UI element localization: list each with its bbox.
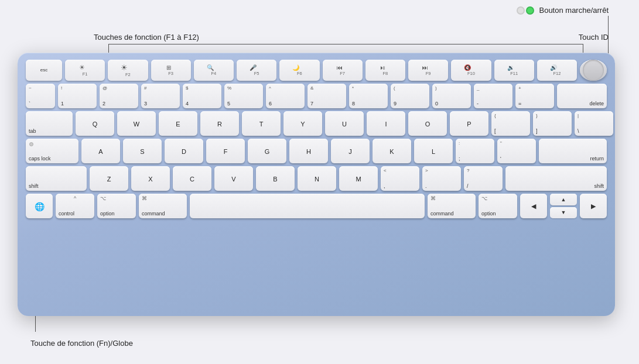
key-l[interactable]: L bbox=[414, 139, 453, 163]
key-t-label: T bbox=[259, 121, 264, 128]
key-z[interactable]: Z bbox=[90, 166, 128, 191]
key-t[interactable]: T bbox=[242, 111, 281, 136]
key-f4-icon: 🔍 bbox=[207, 64, 214, 71]
key-c[interactable]: C bbox=[173, 166, 211, 191]
key-y[interactable]: Y bbox=[283, 111, 322, 136]
key-e[interactable]: E bbox=[159, 111, 197, 136]
key-l-label: L bbox=[432, 148, 435, 155]
key-delete[interactable]: delete bbox=[557, 84, 607, 108]
key-9-bottom: 9 bbox=[394, 101, 397, 107]
row-modifiers: 🌐 ^ control ⌥ option ⌘ command ⌘ comm bbox=[26, 194, 607, 218]
key-comma[interactable]: < , bbox=[381, 166, 419, 191]
key-f1[interactable]: ☀ F1 bbox=[65, 60, 105, 81]
key-leftbracket[interactable]: { [ bbox=[491, 111, 530, 136]
key-shift-right[interactable]: shift bbox=[505, 166, 607, 191]
key-a[interactable]: A bbox=[81, 139, 120, 163]
key-7[interactable]: & 7 bbox=[307, 84, 346, 108]
key-arrow-down[interactable]: ▼ bbox=[550, 207, 577, 219]
key-option-right[interactable]: ⌥ option bbox=[479, 194, 517, 218]
key-j[interactable]: J bbox=[331, 139, 370, 163]
key-f12[interactable]: 🔊 F12 bbox=[537, 60, 577, 81]
key-5[interactable]: % 5 bbox=[224, 84, 263, 108]
key-m[interactable]: M bbox=[339, 166, 378, 191]
key-0[interactable]: ) 0 bbox=[432, 84, 471, 108]
key-4[interactable]: $ 4 bbox=[183, 84, 221, 108]
key-f4[interactable]: 🔍 F4 bbox=[194, 60, 234, 81]
key-command-left[interactable]: ⌘ command bbox=[139, 194, 187, 218]
key-g-label: G bbox=[265, 148, 270, 155]
key-minus[interactable]: _ - bbox=[474, 84, 512, 108]
key-command-right[interactable]: ⌘ command bbox=[428, 194, 476, 218]
key-r[interactable]: R bbox=[200, 111, 239, 136]
key-w[interactable]: W bbox=[117, 111, 156, 136]
key-shift-left[interactable]: shift bbox=[26, 166, 87, 191]
key-r-label: R bbox=[217, 121, 222, 128]
key-3-bottom: 3 bbox=[144, 101, 147, 107]
row-zxcv: shift Z X C V B N M < bbox=[26, 166, 607, 191]
key-arrow-updown: ▲ ▼ bbox=[550, 194, 577, 218]
key-f7[interactable]: ⏮ F7 bbox=[323, 60, 363, 81]
key-f6[interactable]: 🌙 F6 bbox=[279, 60, 319, 81]
key-f5[interactable]: 🎤 F5 bbox=[237, 60, 276, 81]
key-v[interactable]: V bbox=[214, 166, 253, 191]
key-control[interactable]: ^ control bbox=[56, 194, 94, 218]
key-esc[interactable]: esc bbox=[26, 60, 62, 81]
key-arrow-up[interactable]: ▲ bbox=[550, 194, 577, 205]
key-f3[interactable]: ⊞ F3 bbox=[151, 60, 191, 81]
key-f9[interactable]: ⏭ F9 bbox=[408, 60, 448, 81]
arrow-left-icon: ◀ bbox=[531, 202, 536, 210]
key-semicolon[interactable]: : ; bbox=[456, 139, 494, 163]
capslock-indicator bbox=[29, 142, 33, 146]
key-capslock[interactable]: caps lock bbox=[26, 139, 78, 163]
key-p[interactable]: P bbox=[450, 111, 488, 136]
key-period[interactable]: > . bbox=[422, 166, 461, 191]
key-control-label: control bbox=[59, 211, 74, 217]
key-1[interactable]: ! 1 bbox=[58, 84, 97, 108]
key-touchid[interactable] bbox=[580, 60, 607, 81]
key-b[interactable]: B bbox=[256, 166, 295, 191]
key-f11[interactable]: 🔉 F11 bbox=[494, 60, 534, 81]
key-f9-label: F9 bbox=[426, 71, 431, 76]
key-f[interactable]: F bbox=[206, 139, 245, 163]
key-return[interactable]: return bbox=[539, 139, 607, 163]
key-6[interactable]: ^ 6 bbox=[266, 84, 305, 108]
key-rightbracket[interactable]: } ] bbox=[533, 111, 572, 136]
key-f5-label: F5 bbox=[254, 71, 259, 76]
key-f10[interactable]: 🔇 F10 bbox=[451, 60, 491, 81]
key-o[interactable]: O bbox=[408, 111, 447, 136]
key-option-right-icon: ⌥ bbox=[481, 195, 487, 201]
key-2[interactable]: @ 2 bbox=[100, 84, 138, 108]
key-f8[interactable]: ⏯ F8 bbox=[365, 60, 405, 81]
key-x[interactable]: X bbox=[131, 166, 170, 191]
key-8[interactable]: * 8 bbox=[349, 84, 388, 108]
key-4-bottom: 4 bbox=[186, 101, 189, 107]
key-space[interactable] bbox=[190, 194, 425, 218]
key-slash[interactable]: ? / bbox=[464, 166, 503, 191]
key-backslash[interactable]: | \ bbox=[575, 111, 613, 136]
key-i[interactable]: I bbox=[367, 111, 405, 136]
key-d[interactable]: D bbox=[165, 139, 203, 163]
key-9[interactable]: ( 9 bbox=[391, 84, 429, 108]
key-comma-bottom: , bbox=[384, 184, 385, 189]
key-n[interactable]: N bbox=[298, 166, 336, 191]
key-f2[interactable]: ☀ F2 bbox=[108, 60, 148, 81]
key-k[interactable]: K bbox=[373, 139, 411, 163]
key-equals[interactable]: + = bbox=[515, 84, 554, 108]
key-arrow-left[interactable]: ◀ bbox=[520, 194, 547, 218]
key-command-left-icon: ⌘ bbox=[142, 195, 147, 201]
key-h[interactable]: H bbox=[289, 139, 328, 163]
key-s[interactable]: S bbox=[123, 139, 162, 163]
key-u[interactable]: U bbox=[325, 111, 364, 136]
key-option-left[interactable]: ⌥ option bbox=[97, 194, 136, 218]
key-q[interactable]: Q bbox=[76, 111, 114, 136]
key-3[interactable]: # 3 bbox=[141, 84, 180, 108]
key-globe[interactable]: 🌐 bbox=[26, 194, 53, 218]
key-4-top: $ bbox=[186, 85, 188, 91]
key-tilde[interactable]: ~ ` bbox=[26, 84, 55, 108]
power-dot-on bbox=[526, 6, 534, 15]
key-option-left-label: option bbox=[100, 211, 115, 217]
key-g[interactable]: G bbox=[248, 139, 286, 163]
key-tab[interactable]: tab bbox=[26, 111, 73, 136]
key-arrow-right[interactable]: ▶ bbox=[580, 194, 607, 218]
key-quote[interactable]: " ' bbox=[497, 139, 536, 163]
